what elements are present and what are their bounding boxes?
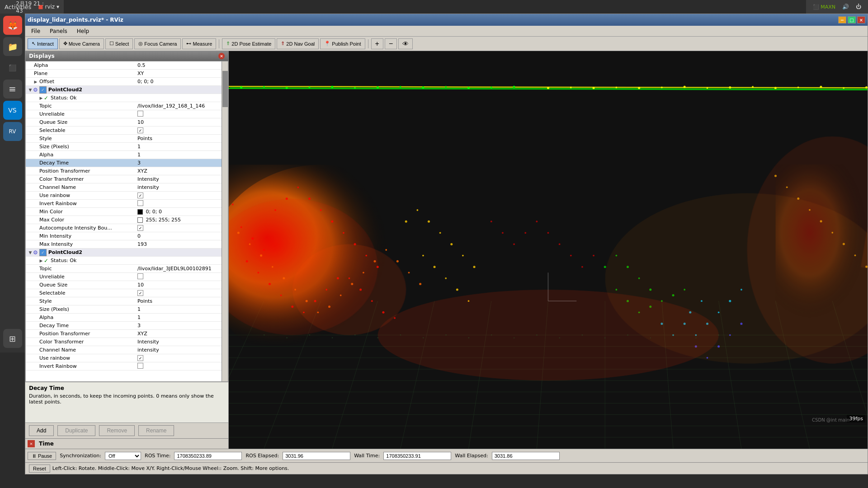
taskbar-terminal[interactable]: ⬛ [3, 58, 22, 77]
pc2-invert-checkbox[interactable] [137, 363, 143, 369]
wall-time-input[interactable] [383, 452, 451, 460]
reset-button[interactable]: Reset [29, 465, 50, 473]
power-icon[interactable]: ⏻ [856, 4, 861, 10]
tree-row-pc1-invert[interactable]: Invert Rainbow [26, 200, 228, 208]
taskbar-apps[interactable]: ⊞ [3, 329, 22, 348]
rename-button[interactable]: Rename [138, 425, 174, 436]
duplicate-button[interactable]: Duplicate [57, 425, 95, 436]
tree-row-pc1-style[interactable]: Style Points [26, 135, 228, 143]
pause-button[interactable]: ⏸ Pause [28, 452, 56, 460]
pc1-invert-checkbox[interactable] [137, 200, 143, 206]
ros-time-input[interactable] [174, 452, 242, 460]
pc1-selectable-checkbox[interactable]: ✓ [137, 127, 143, 133]
wall-elapsed-input[interactable] [492, 452, 560, 460]
close-button[interactable]: × [857, 16, 865, 23]
toolbar-select[interactable]: ☐ Select [105, 38, 133, 49]
tree-row-pc1-rainbow[interactable]: Use rainbow ✓ [26, 192, 228, 200]
pc1-rainbow-checkbox[interactable]: ✓ [137, 192, 143, 198]
tree-row-pc1-col-trans[interactable]: Color Transformer Intensity [26, 175, 228, 183]
taskbar-item3[interactable]: ≡ [3, 80, 22, 99]
pc1-checkbox[interactable]: ✓ [39, 86, 47, 94]
ros-elapsed-input[interactable] [283, 452, 350, 460]
tree-row-pc1-alpha[interactable]: Alpha 1 [26, 151, 228, 159]
tree-row-pc2-selectable[interactable]: Selectable ✓ [26, 289, 228, 297]
tree-row-plane[interactable]: Plane XY [26, 70, 228, 78]
taskbar-vscode[interactable]: VS [3, 101, 22, 120]
svg-point-201 [627, 334, 628, 336]
tree-row-pc2-unreliable[interactable]: Unreliable [26, 273, 228, 281]
toolbar-publish-point[interactable]: 📍 Publish Point [320, 38, 365, 49]
tree-row-offset[interactable]: ▶ Offset 0; 0; 0 [26, 78, 228, 86]
pc2-checkbox[interactable]: ✓ [39, 249, 47, 256]
tree-row-pc1-minint[interactable]: Min Intensity 0 [26, 232, 228, 240]
tree-row-pc2-pos-trans[interactable]: Position Transformer XYZ [26, 330, 228, 338]
minimize-button[interactable]: − [838, 16, 846, 23]
maximize-button[interactable]: □ [848, 16, 856, 23]
tree-row-pc2-size[interactable]: Size (Pixels) 1 [26, 305, 228, 314]
tree-row-pc2-invert[interactable]: Invert Rainbow [26, 362, 228, 371]
remove-button[interactable]: Remove [99, 425, 135, 436]
scrollbar-thumb[interactable] [222, 71, 228, 107]
tree-row-pc1-unreliable[interactable]: Unreliable [26, 110, 228, 118]
taskbar-firefox[interactable]: 🦊 [3, 16, 22, 35]
viewport[interactable]: /* points rendered via CSS shapes */ [229, 51, 868, 449]
displays-close-button[interactable]: × [218, 53, 225, 59]
speaker-icon[interactable]: 🔊 [842, 4, 849, 10]
add-button[interactable]: Add [29, 425, 54, 436]
toolbar-pose-estimate[interactable]: ⇑ 2D Pose Estimate [222, 38, 275, 49]
tree-row-pc1-maxint[interactable]: Max Intensity 193 [26, 240, 228, 249]
tree-row-pc2-topic[interactable]: Topic /livox/lidar_3JEDL9L00102891 [26, 265, 228, 273]
svg-point-53 [752, 86, 754, 88]
pc1-queue-value: 10 [137, 119, 228, 125]
menu-panels[interactable]: Panels [46, 27, 71, 35]
tree-row-pc2-style[interactable]: Style Points [26, 297, 228, 305]
toolbar-plus[interactable]: + [371, 38, 383, 49]
tree-row-pc1-pos-trans[interactable]: Position Transformer XYZ [26, 167, 228, 175]
tree-row-pc1[interactable]: ▼ ⚙ ✓ PointCloud2 [26, 86, 228, 94]
sync-select[interactable]: Off [105, 452, 141, 460]
pc2-unreliable-checkbox[interactable] [137, 273, 143, 279]
tree-row-pc1-channel[interactable]: Channel Name intensity [26, 183, 228, 192]
toolbar-minus[interactable]: − [385, 38, 397, 49]
pc2-selectable-checkbox[interactable]: ✓ [137, 290, 143, 296]
toolbar-nav-goal[interactable]: ⇑ 2D Nav Goal [277, 38, 319, 49]
max-color-box[interactable] [137, 217, 143, 223]
tree-row-pc2-channel[interactable]: Channel Name intensity [26, 346, 228, 354]
displays-tree[interactable]: Alpha 0.5 Plane XY ▶ Offset 0; 0; 0 ▼ [25, 61, 228, 382]
tree-row-pc1-topic[interactable]: Topic /livox/lidar_192_168_1_146 [26, 102, 228, 110]
tree-row-alpha[interactable]: Alpha 0.5 [26, 61, 228, 70]
taskbar-rviz[interactable]: RV [3, 122, 22, 141]
tree-row-pc2[interactable]: ▼ ⚙ ✓ PointCloud2 [26, 249, 228, 257]
tree-row-pc1-auto[interactable]: Autocompute Intensity Bou... ✓ [26, 224, 228, 232]
toolbar-measure[interactable]: ⊷ Measure [182, 38, 216, 49]
toolbar-move-camera[interactable]: ✥ Move Camera [59, 38, 104, 49]
time-close-btn[interactable]: × [28, 440, 35, 447]
toolbar-interact[interactable]: ↖ Interact [28, 38, 58, 49]
pc1-expand[interactable]: ▼ [28, 87, 33, 93]
tree-row-pc2-queue[interactable]: Queue Size 10 [26, 281, 228, 289]
tree-row-pc1-queue[interactable]: Queue Size 10 [26, 118, 228, 127]
tree-row-pc1-mincolor[interactable]: Min Color 0; 0; 0 [26, 208, 228, 216]
svg-point-197 [536, 334, 538, 336]
tree-row-pc1-size[interactable]: Size (Pixels) 1 [26, 143, 228, 151]
tree-row-pc1-selectable[interactable]: Selectable ✓ [26, 127, 228, 135]
tree-row-pc2-rainbow[interactable]: Use rainbow ✓ [26, 354, 228, 362]
pc1-unreliable-checkbox[interactable] [137, 111, 143, 117]
svg-point-43 [513, 86, 515, 88]
taskbar-files[interactable]: 📁 [3, 37, 22, 56]
pc2-rainbow-checkbox[interactable]: ✓ [137, 355, 143, 361]
tree-row-pc1-decay[interactable]: Decay Time 3 [26, 159, 228, 167]
tree-row-pc2-col-trans[interactable]: Color Transformer Intensity [26, 338, 228, 346]
menu-help[interactable]: Help [73, 27, 93, 35]
min-color-box[interactable] [137, 209, 143, 215]
tree-row-pc2-decay[interactable]: Decay Time 3 [26, 322, 228, 330]
pc1-auto-checkbox[interactable]: ✓ [137, 225, 143, 231]
scrollbar[interactable] [222, 61, 228, 381]
tree-row-pc1-maxcolor[interactable]: Max Color 255; 255; 255 [26, 216, 228, 224]
pc2-expand[interactable]: ▼ [28, 250, 33, 255]
toolbar-eye[interactable]: 👁 [398, 38, 413, 49]
svg-point-115 [439, 232, 441, 234]
menu-file[interactable]: File [28, 27, 44, 35]
tree-row-pc2-alpha[interactable]: Alpha 1 [26, 314, 228, 322]
toolbar-focus-camera[interactable]: ◎ Focus Camera [134, 38, 181, 49]
